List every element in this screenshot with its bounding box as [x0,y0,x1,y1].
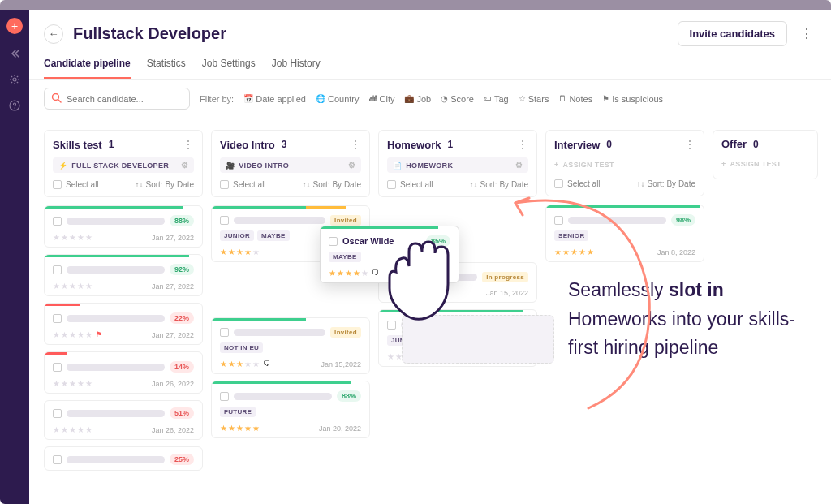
candidate-name-placeholder [67,364,165,371]
card-checkbox[interactable] [220,392,229,401]
video-icon: 🎥 [226,162,235,170]
column-count: 0 [606,139,612,150]
candidate-card[interactable]: 51%★★★★★Jan 26, 2022 [44,400,203,440]
column-title: Homework [387,139,441,151]
candidate-name-placeholder [67,315,165,322]
help-icon[interactable] [8,99,21,112]
assign-test-button[interactable]: + ASSIGN TEST [721,157,809,171]
score-badge: 14% [170,361,194,373]
candidate-card[interactable]: 98%SENIOR★★★★★Jan 8, 2022 [545,205,704,262]
tab-statistics[interactable]: Statistics [147,58,186,79]
star-rating[interactable]: ★★★★★ [53,233,93,242]
select-all[interactable]: Select all [53,180,99,189]
select-all[interactable]: Select all [554,179,601,188]
card-date: Jan 26, 2022 [152,426,194,434]
card-checkbox[interactable] [53,314,62,323]
star-rating[interactable]: ★★★★★ [53,379,93,388]
card-date: Jan 27, 2022 [152,234,194,242]
filter-country[interactable]: 🌐Country [316,94,360,104]
score-badge: 98% [671,214,695,226]
filter-score[interactable]: ◔Score [441,94,474,104]
card-checkbox[interactable] [554,216,563,225]
filter-notes[interactable]: 🗒Notes [558,94,592,104]
card-checkbox[interactable] [53,455,62,464]
page-more-icon[interactable]: ⋮ [797,24,816,44]
candidate-card[interactable]: 88%★★★★★Jan 27, 2022 [44,205,203,248]
column-title: Offer [721,138,747,150]
gear-icon[interactable]: ⚙ [515,161,523,170]
column-count: 3 [282,139,287,150]
tab-job-settings[interactable]: Job Settings [202,58,256,79]
candidate-card[interactable]: 25% [44,446,203,471]
star-rating[interactable]: ★★★★★ [53,282,93,291]
tab-job-history[interactable]: Job History [272,58,321,79]
assign-test-button[interactable]: + ASSIGN TEST [554,157,695,172]
gear-icon[interactable]: ⚙ [181,161,188,170]
tab-pipeline[interactable]: Candidate pipeline [44,58,131,79]
column-more-icon[interactable] [517,138,528,151]
column-test-tag[interactable]: ⚡ FULL STACK DEVELOPER ⚙ [53,157,194,173]
star-rating[interactable]: ★★★★★ [53,425,93,434]
candidate-card[interactable]: 22%★★★★★⚑Jan 27, 2022 [44,303,203,345]
sort-button[interactable]: ↑↓Sort: By Date [136,180,194,189]
candidate-card[interactable]: 88%FUTURE★★★★★Jan 20, 2022 [211,381,370,438]
card-checkbox[interactable] [329,237,338,246]
star-rating[interactable]: ★★★★★⚑ [53,330,102,339]
column-test-tag[interactable]: 📄 HOMEWORK ⚙ [387,157,528,173]
add-button[interactable]: + [6,18,23,34]
score-badge: 88% [337,390,361,402]
filter-city[interactable]: 🏙City [369,94,395,104]
star-rating[interactable]: ★★★★★🗨 [220,360,270,368]
tag-chip: SENIOR [554,230,588,241]
score-badge: 88% [170,215,194,226]
candidate-name-placeholder [67,410,165,417]
status-chip: In progress [482,272,528,282]
filter-date-applied[interactable]: 📅Date applied [243,94,306,104]
filter-stars[interactable]: ☆Stars [519,94,549,104]
star-rating[interactable]: ★★★★★ [220,248,260,256]
filter-suspicious[interactable]: ⚑Is suspicious [602,94,663,104]
select-all[interactable]: Select all [387,180,433,189]
card-checkbox[interactable] [220,328,229,337]
flag-icon: ⚑ [602,94,609,103]
sort-button[interactable]: ↑↓Sort: By Date [303,180,361,189]
star-rating[interactable]: ★★★★★ [220,424,260,433]
star-rating[interactable]: ★★★★★ [554,248,594,256]
filter-tag[interactable]: 🏷Tag [484,94,509,104]
column-more-icon[interactable] [684,138,695,151]
card-checkbox[interactable] [220,216,229,225]
filter-bar: Filter by: 📅Date applied 🌐Country 🏙City … [29,80,831,118]
candidate-card[interactable]: 14%★★★★★Jan 26, 2022 [44,351,203,394]
select-all[interactable]: Select all [220,180,266,189]
search-input-wrapper[interactable] [44,88,190,110]
card-checkbox[interactable] [53,363,62,372]
score-icon: ◔ [441,94,448,103]
card-checkbox[interactable] [53,265,62,274]
candidate-card[interactable]: InvitedNOT IN EU★★★★★🗨Jan 15,2022 [211,317,370,374]
sort-button[interactable]: ↑↓Sort: By Date [470,180,528,189]
candidate-card[interactable]: 92%★★★★★Jan 27, 2022 [44,254,203,296]
column-test-tag[interactable]: 🎥 VIDEO INTRO ⚙ [220,157,361,173]
collapse-icon[interactable] [8,47,21,60]
plus-icon: + [554,161,559,169]
score-badge: 92% [170,264,194,275]
card-checkbox[interactable] [53,409,62,418]
search-input[interactable] [67,94,183,104]
filter-job[interactable]: 💼Job [404,94,431,104]
sort-button[interactable]: ↑↓Sort: By Date [637,179,695,188]
card-date: Jan 26, 2022 [152,380,194,388]
briefcase-icon: 💼 [404,94,414,103]
score-badge: 22% [170,312,194,324]
building-icon: 🏙 [369,94,377,103]
gear-icon[interactable]: ⚙ [348,161,355,170]
status-chip: Invited [330,215,361,226]
column-more-icon[interactable] [183,138,194,151]
globe-icon: 🌐 [316,94,325,103]
back-button[interactable]: ← [44,24,63,44]
invite-candidates-button[interactable]: Invite candidates [678,21,787,46]
column-more-icon[interactable] [350,138,361,151]
card-checkbox[interactable] [53,217,62,226]
gear-icon[interactable] [8,73,21,86]
page-title: Fullstack Developer [73,24,668,43]
card-date: Jan 8, 2022 [657,248,695,256]
